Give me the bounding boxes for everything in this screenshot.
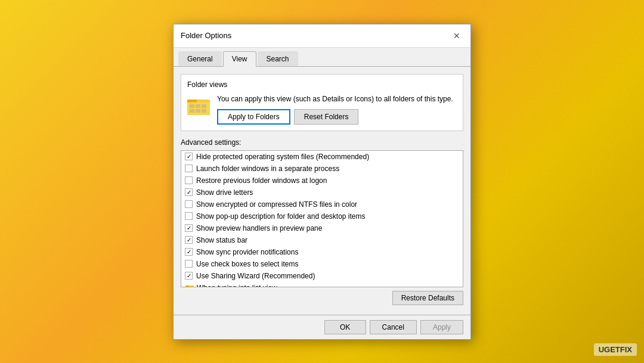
list-item[interactable]: Show sync provider notifications xyxy=(181,246,463,258)
dialog-title: Folder Options xyxy=(181,31,231,40)
restore-defaults-button[interactable]: Restore Defaults xyxy=(392,291,463,305)
svg-rect-4 xyxy=(190,104,194,108)
apply-to-folders-button[interactable]: Apply to Folders xyxy=(217,109,290,125)
list-item[interactable]: Show preview handlers in preview pane xyxy=(181,222,463,234)
list-item-group: When typing into list view xyxy=(181,282,463,287)
svg-rect-5 xyxy=(196,104,200,108)
list-item[interactable]: Show drive letters xyxy=(181,187,463,198)
apply-button[interactable]: Apply xyxy=(420,320,463,334)
svg-rect-8 xyxy=(196,109,200,113)
item-label-launch-separate: Launch folder windows in a separate proc… xyxy=(196,165,339,173)
folder-icon xyxy=(187,95,211,116)
checkbox-show-popup[interactable] xyxy=(185,212,193,220)
svg-rect-9 xyxy=(202,109,206,113)
svg-rect-11 xyxy=(185,286,189,287)
list-item[interactable]: Use Sharing Wizard (Recommended) xyxy=(181,270,463,282)
folder-views-inner: You can apply this view (such as Details… xyxy=(187,94,457,125)
tab-search[interactable]: Search xyxy=(258,51,298,66)
folder-views-description: You can apply this view (such as Details… xyxy=(217,94,453,104)
tab-bar: General View Search xyxy=(174,48,470,67)
cancel-button[interactable]: Cancel xyxy=(370,320,417,334)
tab-general[interactable]: General xyxy=(178,51,222,66)
tab-view[interactable]: View xyxy=(223,51,256,67)
checkbox-use-sharing[interactable] xyxy=(185,272,193,280)
checkbox-hide-os-files[interactable] xyxy=(185,153,193,160)
checkbox-show-preview[interactable] xyxy=(185,224,193,232)
list-item[interactable]: Show pop-up description for folder and d… xyxy=(181,210,463,222)
list-item[interactable]: Hide protected operating system files (R… xyxy=(181,151,463,163)
folder-views-buttons: Apply to Folders Reset Folders xyxy=(217,109,453,125)
folder-options-dialog: Folder Options ✕ General View Search Fol… xyxy=(173,24,471,340)
checkbox-show-encrypted[interactable] xyxy=(185,200,193,208)
item-label-use-sharing: Use Sharing Wizard (Recommended) xyxy=(196,272,315,280)
watermark: UGETFIX xyxy=(594,343,637,356)
checkbox-use-checkboxes[interactable] xyxy=(185,260,193,268)
checkbox-show-drive[interactable] xyxy=(185,188,193,196)
dialog-footer: OK Cancel Apply xyxy=(174,315,470,339)
item-label-when-typing: When typing into list view xyxy=(197,284,277,287)
checkbox-launch-separate[interactable] xyxy=(185,165,193,172)
item-label-show-sync: Show sync provider notifications xyxy=(196,248,298,256)
folder-views-label: Folder views xyxy=(187,80,457,89)
close-button[interactable]: ✕ xyxy=(450,29,463,42)
list-item[interactable]: Launch folder windows in a separate proc… xyxy=(181,163,463,175)
list-item[interactable]: Show status bar xyxy=(181,234,463,246)
ok-button[interactable]: OK xyxy=(324,320,366,334)
item-label-show-drive: Show drive letters xyxy=(196,188,253,197)
item-label-use-checkboxes: Use check boxes to select items xyxy=(196,260,298,268)
list-item[interactable]: Show encrypted or compressed NTFS files … xyxy=(181,198,463,210)
svg-rect-3 xyxy=(187,102,210,115)
dialog-content: Folder views xyxy=(174,67,470,315)
advanced-settings-list[interactable]: Hide protected operating system files (R… xyxy=(181,150,463,287)
bottom-section: Restore Defaults xyxy=(181,287,463,308)
checkbox-restore-prev[interactable] xyxy=(185,176,193,184)
item-label-show-encrypted: Show encrypted or compressed NTFS files … xyxy=(196,200,357,209)
checkbox-show-sync[interactable] xyxy=(185,248,193,256)
svg-rect-7 xyxy=(190,109,194,113)
title-bar: Folder Options ✕ xyxy=(174,24,470,48)
folder-views-right: You can apply this view (such as Details… xyxy=(217,94,453,125)
list-item[interactable]: Use check boxes to select items xyxy=(181,258,463,270)
folder-views-section: Folder views xyxy=(181,74,463,131)
item-label-show-preview: Show preview handlers in preview pane xyxy=(196,224,322,232)
item-label-show-status: Show status bar xyxy=(196,236,247,244)
svg-rect-6 xyxy=(202,104,206,108)
item-label-hide-os-files: Hide protected operating system files (R… xyxy=(196,153,369,161)
list-item[interactable]: Restore previous folder windows at logon xyxy=(181,175,463,187)
advanced-settings-label: Advanced settings: xyxy=(181,138,463,147)
checkbox-show-status[interactable] xyxy=(185,236,193,244)
item-label-restore-prev: Restore previous folder windows at logon xyxy=(196,176,327,185)
item-label-show-popup: Show pop-up description for folder and d… xyxy=(196,212,366,221)
reset-folders-button[interactable]: Reset Folders xyxy=(294,109,359,125)
